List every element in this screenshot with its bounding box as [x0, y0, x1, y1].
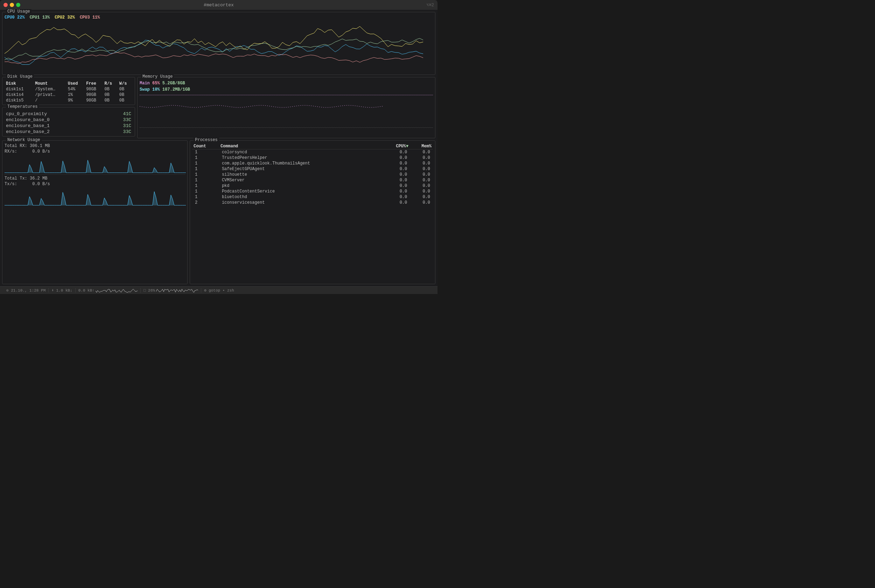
cpu-section-title: CPU Usage: [6, 9, 31, 14]
bottom-row: Network Usage Total RX: 306.1 MB RX/s: 0…: [2, 140, 435, 284]
proc-row: 1SafeEjectGPUAgent0.00.0: [192, 166, 433, 172]
mem-dotted-line: [140, 95, 433, 95]
proc-row: 1bluetoothd0.00.0: [192, 194, 433, 200]
status-sparkline: [96, 288, 138, 293]
total-rx: Total RX: 306.1 MB: [4, 144, 185, 148]
proc-row: 1CVMServer0.00.0: [192, 177, 433, 183]
processes-section-title: Processes: [193, 138, 219, 142]
temp-row: enclosure_base_131C: [4, 123, 133, 129]
temp-section-title: Temperatures: [6, 104, 39, 109]
net-rx-graph: [4, 155, 185, 173]
network-section: Network Usage Total RX: 306.1 MB RX/s: 0…: [2, 140, 187, 284]
net-rx-info: Total RX: 306.1 MB RX/s: 0.0 B/s: [4, 144, 185, 154]
disk-section-title: Disk Usage: [6, 74, 34, 79]
rxs: RX/s: 0.0 B/s: [4, 149, 185, 154]
memory-section: Memory Usage Main 65% 5.2GB/8GB Swap 10%…: [137, 77, 435, 138]
cpu2-label: CPU2 32%: [55, 15, 75, 20]
status-app-label: ⚙ gotop • zsh: [201, 288, 237, 292]
proc-row: 1silhouette0.00.0: [192, 172, 433, 177]
disk-col-used: Used: [66, 81, 85, 87]
minimize-button[interactable]: [10, 3, 14, 7]
cpu-labels: CPU0 22% CPU1 13% CPU2 32% CPU3 11%: [4, 15, 433, 20]
memory-content: Main 65% 5.2GB/8GB Swap 10% 107.2MB/1GB: [140, 81, 433, 128]
status-net-down: ⬇ 1.0 kB↓: [49, 288, 75, 292]
cpu3-label: CPU3 11%: [80, 15, 100, 20]
network-section-title: Network Usage: [6, 138, 42, 142]
cpu1-label: CPU1 13%: [30, 15, 50, 20]
temp-rows: cpu_0_proximity41Cenclosure_base_033Cenc…: [4, 111, 133, 135]
mem-dotted-line2: [140, 128, 433, 128]
disk-col-disk: Disk: [4, 81, 34, 87]
status-bar: ⊙ 21.10., 1:28 PM ⬇ 1.0 kB↓ 0.0 kB↑ □ 26…: [0, 286, 438, 294]
window-title: #metacortex: [204, 3, 234, 8]
temp-row: enclosure_base_233C: [4, 129, 133, 135]
cpu-graph: [4, 21, 433, 66]
traffic-lights: [3, 3, 20, 7]
title-bar: #metacortex ⌥⌘2: [0, 0, 438, 10]
net-tx-graph: [4, 188, 185, 206]
proc-col-cpu: CPU%▼: [383, 144, 410, 150]
txs: Tx/s: 0.0 B/s: [4, 182, 185, 186]
cpu-section: CPU Usage CPU0 22% CPU1 13% CPU2 32% CPU…: [2, 12, 435, 75]
proc-col-count: Count: [192, 144, 219, 150]
temp-section: Temperatures cpu_0_proximity41Cenclosure…: [2, 107, 135, 136]
disk-col-mount: Mount: [34, 81, 66, 87]
proc-row: 2iconservicesagent0.00.0: [192, 200, 433, 206]
status-net-up: 0.0 kB↑: [76, 288, 141, 293]
memory-section-title: Memory Usage: [141, 74, 174, 79]
disk-col-ws: W/s: [118, 81, 133, 87]
temp-row: enclosure_base_033C: [4, 117, 133, 123]
disk-table: Disk Mount Used Free R/s W/s disk1s1/Sys…: [4, 81, 133, 103]
disk-row: disk1s5/9%98GB0B0B: [4, 98, 133, 103]
status-datetime: ⊙ 21.10., 1:28 PM: [3, 288, 49, 292]
proc-row: 1com.apple.quicklook.ThumbnailsAgent0.00…: [192, 160, 433, 166]
proc-col-mem: Mem%: [410, 144, 433, 150]
close-button[interactable]: [3, 3, 8, 7]
mem-swap-row: Swap 10% 107.2MB/1GB: [140, 87, 433, 92]
middle-row: Disk Usage Disk Mount Used Free R/s W/s: [2, 77, 435, 138]
proc-row: 1colorsyncd0.00.0: [192, 150, 433, 155]
disk-row: disk1s1/System…54%98GB0B0B: [4, 87, 133, 92]
proc-col-command: Command: [219, 144, 383, 150]
disk-col-free: Free: [85, 81, 103, 87]
processes-table: Count Command CPU%▼ Mem% 1colorsyncd0.00…: [192, 144, 433, 206]
net-tx-info: Total Tx: 36.2 MB Tx/s: 0.0 B/s: [4, 176, 185, 186]
disk-row: disk1s4/privat…1%98GB0B0B: [4, 92, 133, 98]
main-content: CPU Usage CPU0 22% CPU1 13% CPU2 32% CPU…: [0, 10, 438, 286]
shortcut-label: ⌥⌘2: [426, 3, 434, 8]
proc-row: 1pkd0.00.0: [192, 183, 433, 189]
proc-row: 1TrustedPeersHelper0.00.0: [192, 155, 433, 160]
net-separator: [4, 174, 185, 175]
mem-main-row: Main 65% 5.2GB/8GB: [140, 81, 433, 86]
processes-section: Processes Count Command CPU%▼ Mem% 1colo…: [190, 140, 435, 284]
status-cpu-pct: □ 26%: [141, 288, 201, 293]
temp-row: cpu_0_proximity41C: [4, 111, 133, 117]
disk-col-rs: R/s: [103, 81, 118, 87]
maximize-button[interactable]: [16, 3, 20, 7]
disk-section: Disk Usage Disk Mount Used Free R/s W/s: [2, 77, 135, 105]
cpu0-label: CPU0 22%: [4, 15, 25, 20]
status-cpu-sparkline: [156, 288, 198, 293]
total-tx: Total Tx: 36.2 MB: [4, 176, 185, 181]
proc-row: 1PodcastContentService0.00.0: [192, 189, 433, 194]
